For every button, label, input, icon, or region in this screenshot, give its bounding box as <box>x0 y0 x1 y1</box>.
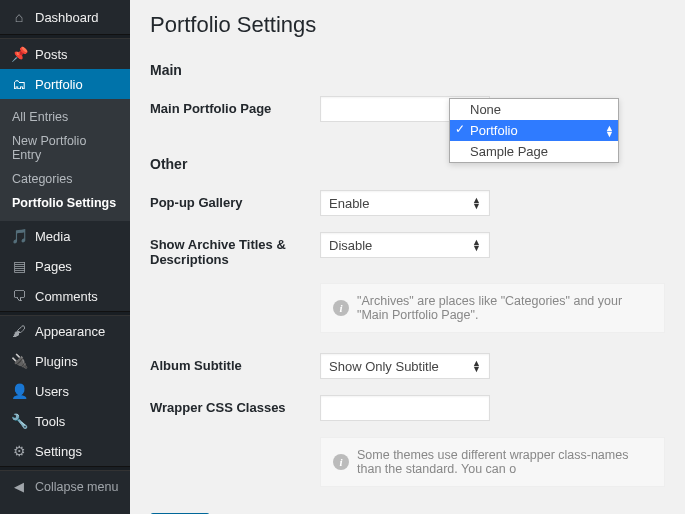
label-wrapper-css: Wrapper CSS Classes <box>150 395 320 415</box>
submenu-categories[interactable]: Categories <box>0 167 130 191</box>
dropdown-main-portfolio-page[interactable]: None Portfolio▲▼ Sample Page <box>449 98 619 163</box>
select-arrows-icon: ▲▼ <box>472 197 481 209</box>
select-arrows-icon: ▲▼ <box>605 125 614 137</box>
select-album-subtitle[interactable]: Show Only Subtitle▲▼ <box>320 353 490 379</box>
label-main-portfolio-page: Main Portfolio Page <box>150 96 320 116</box>
dropdown-option-sample-page[interactable]: Sample Page <box>450 141 618 162</box>
wrench-icon: 🔧 <box>10 413 28 429</box>
info-icon: i <box>333 300 349 316</box>
dropdown-option-portfolio[interactable]: Portfolio▲▼ <box>450 120 618 141</box>
collapse-menu[interactable]: ◀Collapse menu <box>0 471 130 502</box>
brush-icon: 🖌 <box>10 323 28 339</box>
sidebar-item-settings[interactable]: ⚙Settings <box>0 436 130 466</box>
sidebar-item-pages[interactable]: ▤Pages <box>0 251 130 281</box>
submenu-portfolio-settings[interactable]: Portfolio Settings <box>0 191 130 215</box>
sidebar-item-users[interactable]: 👤Users <box>0 376 130 406</box>
media-icon: 🎵 <box>10 228 28 244</box>
select-show-archive[interactable]: Disable▲▼ <box>320 232 490 258</box>
sidebar-item-tools[interactable]: 🔧Tools <box>0 406 130 436</box>
input-wrapper-css[interactable] <box>320 395 490 421</box>
user-icon: 👤 <box>10 383 28 399</box>
label-popup-gallery: Pop-up Gallery <box>150 190 320 210</box>
plug-icon: 🔌 <box>10 353 28 369</box>
submenu-new-entry[interactable]: New Portfolio Entry <box>0 129 130 167</box>
sidebar-item-posts[interactable]: 📌Posts <box>0 39 130 69</box>
admin-sidebar: ⌂Dashboard 📌Posts 🗂Portfolio All Entries… <box>0 0 130 514</box>
note-wrapper: i Some themes use different wrapper clas… <box>320 437 665 487</box>
label-show-archive: Show Archive Titles & Descriptions <box>150 232 320 267</box>
select-arrows-icon: ▲▼ <box>472 239 481 251</box>
sidebar-item-media[interactable]: 🎵Media <box>0 221 130 251</box>
speedometer-icon: ⌂ <box>10 9 28 25</box>
section-main: Main <box>150 62 665 78</box>
page-title: Portfolio Settings <box>150 12 665 38</box>
submenu-all-entries[interactable]: All Entries <box>0 105 130 129</box>
dropdown-option-none[interactable]: None <box>450 99 618 120</box>
note-archive: i "Archives" are places like "Categories… <box>320 283 665 333</box>
info-icon: i <box>333 454 349 470</box>
sidebar-item-comments[interactable]: 🗨Comments <box>0 281 130 311</box>
content-area: Portfolio Settings Main Main Portfolio P… <box>130 0 685 514</box>
sidebar-submenu: All Entries New Portfolio Entry Categori… <box>0 99 130 221</box>
collapse-icon: ◀ <box>10 479 28 494</box>
sidebar-item-appearance[interactable]: 🖌Appearance <box>0 316 130 346</box>
portfolio-icon: 🗂 <box>10 76 28 92</box>
select-popup-gallery[interactable]: Enable▲▼ <box>320 190 490 216</box>
comment-icon: 🗨 <box>10 288 28 304</box>
gear-icon: ⚙ <box>10 443 28 459</box>
pushpin-icon: 📌 <box>10 46 28 62</box>
label-album-subtitle: Album Subtitle <box>150 353 320 373</box>
select-arrows-icon: ▲▼ <box>472 360 481 372</box>
sidebar-item-plugins[interactable]: 🔌Plugins <box>0 346 130 376</box>
page-icon: ▤ <box>10 258 28 274</box>
sidebar-item-portfolio[interactable]: 🗂Portfolio <box>0 69 130 99</box>
sidebar-item-dashboard[interactable]: ⌂Dashboard <box>0 0 130 34</box>
